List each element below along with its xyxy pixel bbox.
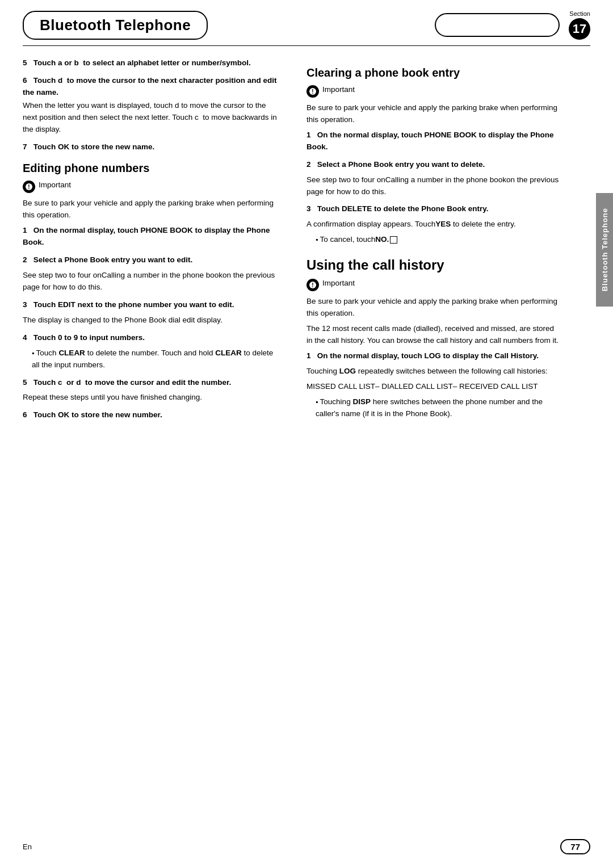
no-button-box	[390, 236, 397, 244]
edit-step-3: 3 Touch EDIT next to the phone number yo…	[23, 299, 278, 326]
clearing-section: Clearing a phone book entry ! Important …	[306, 66, 562, 246]
top-steps: 5 Touch a or b to select an alphabet let…	[23, 57, 278, 153]
edit-step-2-title: 2 Select a Phone Book entry you want to …	[23, 254, 278, 266]
step-5-block: 5 Touch a or b to select an alphabet let…	[23, 57, 278, 69]
edit-step-3-body: The display is changed to the Phone Book…	[23, 315, 278, 326]
svg-text:!: !	[312, 89, 313, 95]
clear-step-3-bullet: To cancel, touchNO.	[316, 234, 562, 246]
using-important-icon: !	[306, 279, 319, 291]
page-wrapper: Bluetooth Telephone Section 17 5 Touch a…	[0, 0, 613, 868]
call-list: MISSED CALL LIST– DIALLED CALL LIST– REC…	[306, 381, 562, 393]
footer-page: 77	[560, 839, 590, 854]
clear-step-2: 2 Select a Phone Book entry you want to …	[306, 159, 562, 198]
edit-step-2-body: See step two to four onCalling a number …	[23, 270, 278, 293]
edit-step-5-body: Repeat these steps until you have finish…	[23, 392, 278, 404]
sidebar-tab-text: Bluetooth Telephone	[601, 208, 609, 291]
sidebar-tab: Bluetooth Telephone	[596, 193, 613, 307]
header-right: Section 17	[435, 10, 590, 40]
edit-step-2: 2 Select a Phone Book entry you want to …	[23, 254, 278, 293]
using-important-block: ! Important	[306, 279, 562, 291]
editing-heading: Editing phone numbers	[23, 162, 278, 175]
clear-step-2-body: See step two to four onCalling a number …	[306, 174, 562, 198]
editing-important-block: ! Important	[23, 181, 278, 193]
edit-step-3-title: 3 Touch EDIT next to the phone number yo…	[23, 299, 278, 311]
svg-text:!: !	[312, 282, 313, 288]
svg-text:!: !	[28, 184, 30, 190]
using-heading: Using the call history	[306, 257, 562, 273]
using-step-1: 1 On the normal display, touch LOG to di…	[306, 350, 562, 420]
clear-step-3-body: A confirmation display appears. TouchYES…	[306, 219, 562, 230]
clearing-important-body: Be sure to park your vehicle and apply t…	[306, 102, 562, 126]
step-6-block: 6 Touch d to move the cursor to the next…	[23, 75, 278, 136]
section-number: 17	[569, 18, 590, 40]
footer: En 77	[0, 839, 613, 854]
clear-step-1-title: 1 On the normal display, touch PHONE BOO…	[306, 129, 562, 153]
step-6-title: 6 Touch d to move the cursor to the next…	[23, 75, 278, 99]
footer-lang: En	[23, 842, 32, 851]
page-title: Bluetooth Telephone	[40, 16, 191, 33]
edit-step-1-title: 1 On the normal display, touch PHONE BOO…	[23, 225, 278, 249]
section-label: Section	[569, 10, 590, 17]
clear-step-2-title: 2 Select a Phone Book entry you want to …	[306, 159, 562, 171]
edit-step-6: 6 Touch OK to store the new number.	[23, 409, 278, 421]
clearing-heading: Clearing a phone book entry	[306, 66, 562, 79]
call-history-section: Using the call history ! Important Be su…	[306, 257, 562, 420]
edit-step-5-title: 5 Touch c or d to move the cursor and ed…	[23, 377, 278, 389]
left-column: 5 Touch a or b to select an alphabet let…	[0, 52, 295, 438]
clear-step-3-title: 3 Touch DELETE to delete the Phone Book …	[306, 203, 562, 215]
header-oval	[435, 13, 560, 37]
using-body-1: The 12 most recent calls made (dialled),…	[306, 323, 562, 347]
using-step-1-title: 1 On the normal display, touch LOG to di…	[306, 350, 562, 362]
step-6-body: When the letter you want is displayed, t…	[23, 100, 278, 136]
right-column: Clearing a phone book entry ! Important …	[295, 52, 596, 438]
edit-step-4: 4 Touch 0 to 9 to input numbers. Touch C…	[23, 332, 278, 371]
editing-section: Editing phone numbers ! Important Be sur…	[23, 162, 278, 421]
clear-step-3: 3 Touch DELETE to delete the Phone Book …	[306, 203, 562, 246]
clearing-important-icon: !	[306, 85, 319, 98]
step-7-block: 7 Touch OK to store the new name.	[23, 141, 278, 153]
important-icon: !	[23, 181, 35, 193]
using-disp-bullet: Touching DISP here switches between the …	[316, 396, 562, 420]
edit-step-6-title: 6 Touch OK to store the new number.	[23, 409, 278, 421]
edit-step-4-title: 4 Touch 0 to 9 to input numbers.	[23, 332, 278, 344]
clearing-important-block: ! Important	[306, 85, 562, 98]
using-step-1-body: Touching LOG repeatedly switches between…	[306, 366, 562, 378]
title-box: Bluetooth Telephone	[23, 11, 208, 40]
using-important-body: Be sure to park your vehicle and apply t…	[306, 296, 562, 320]
edit-step-1: 1 On the normal display, touch PHONE BOO…	[23, 225, 278, 249]
edit-step-5: 5 Touch c or d to move the cursor and ed…	[23, 377, 278, 404]
main-content: 5 Touch a or b to select an alphabet let…	[0, 46, 613, 438]
step-7-title: 7 Touch OK to store the new name.	[23, 141, 278, 153]
page-header: Bluetooth Telephone Section 17	[0, 0, 613, 45]
editing-important-body: Be sure to park your vehicle and apply t…	[23, 198, 278, 221]
step-5-title: 5 Touch a or b to select an alphabet let…	[23, 57, 278, 69]
clear-step-1: 1 On the normal display, touch PHONE BOO…	[306, 129, 562, 153]
section-badge: Section 17	[569, 10, 590, 40]
edit-step-4-bullet: Touch CLEAR to delete the number. Touch …	[32, 347, 278, 371]
clearing-important-label: Important	[322, 85, 355, 94]
using-important-label: Important	[322, 279, 355, 287]
editing-important-label: Important	[39, 181, 71, 189]
